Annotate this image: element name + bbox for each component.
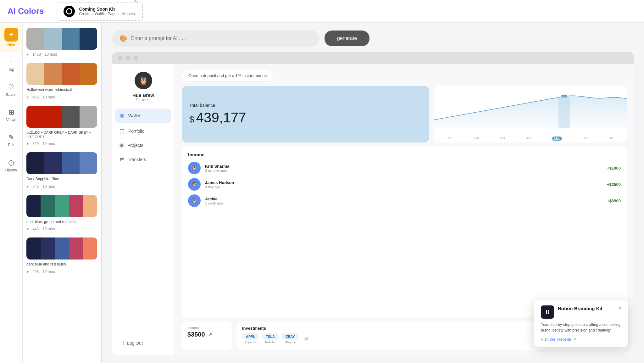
- palette-card-5[interactable]: dark blue, green and red blush ♥ 443 10 …: [26, 195, 97, 232]
- sidebar-item-history[interactable]: ◷ History: [0, 153, 22, 178]
- likes-4: 842: [32, 184, 39, 189]
- wallet-label: Wallet: [128, 113, 140, 118]
- generate-button[interactable]: generate: [325, 31, 369, 46]
- views-label: Views: [6, 118, 16, 122]
- month-jul: Jul: [609, 137, 613, 141]
- likes-6: 298: [32, 270, 39, 274]
- logout-icon: ⊣: [119, 340, 124, 346]
- sidebar-item-saved[interactable]: ♡ Saved: [0, 77, 22, 103]
- left-sidebar: ✦ New ↑ Top ♡ Saved ⊞ Views ✎ Edit ◷ His…: [0, 23, 23, 363]
- search-container: 🎨 generate: [112, 30, 634, 47]
- month-jan: Jan: [447, 137, 452, 141]
- stat-value: $3500: [187, 331, 205, 338]
- palette-meta-3: ♥ 329 10 mos: [26, 142, 97, 146]
- palette-swatch-4: [26, 152, 97, 174]
- sidebar-item-new[interactable]: ✦ New: [0, 23, 22, 52]
- sidebar-item-edit[interactable]: ✎ Edit: [0, 128, 22, 153]
- promo-banner: Open a deposit and get a 1% instant bonu…: [182, 70, 273, 81]
- heart-icon-2: ♥: [26, 95, 29, 99]
- palette-card-4[interactable]: Dark Sapphire Blue ♥ 842 10 mos: [26, 152, 97, 189]
- balance-card: Total balance $ 439,177: [182, 86, 429, 142]
- palette-card-6[interactable]: dark blue and red blush ♥ 298 10 mos: [26, 237, 97, 274]
- time-4: 10 mos: [42, 184, 55, 189]
- views-icon: ⊞: [8, 108, 14, 116]
- stock-item-ebay[interactable]: EBAY eBay Inc: [282, 333, 299, 344]
- stock-name-ebay: eBay Inc: [285, 341, 296, 344]
- palette-meta-6: ♥ 298 10 mos: [26, 270, 97, 274]
- transfers-label: Transfers: [128, 157, 146, 162]
- heart-icon-5: ♥: [26, 227, 29, 231]
- stock-chip-tsla: TSLA: [262, 333, 279, 340]
- browser-dot-3: [133, 56, 138, 60]
- app-sidebar: 🦉 Hue Brew Designer ▦ Wallet ◫ Portfolio…: [112, 64, 175, 355]
- app-nav-transfers[interactable]: ⇄ Transfers: [112, 152, 175, 166]
- notion-header: B Notion Branding Kit ×: [541, 305, 621, 319]
- logout-label: Log Out: [127, 341, 143, 346]
- palette-card-1[interactable]: ♥ 1453 10 mos: [26, 28, 97, 57]
- palette-meta-4: ♥ 842 10 mos: [26, 184, 97, 189]
- palette-sidebar: ♥ 1453 10 mos Halloween warm whimsical ♥…: [23, 23, 101, 363]
- top-label: Top: [8, 67, 14, 72]
- palette-meta-2: ♥ 465 10 mos: [26, 95, 97, 99]
- palette-swatch-3: [26, 106, 97, 128]
- app-nav-portfolio[interactable]: ◫ Portfolio: [112, 124, 175, 138]
- notion-promo-card: B Notion Branding Kit × Your step-by-ste…: [534, 300, 628, 347]
- income-time-3: 1 week ago: [205, 201, 602, 205]
- stock-name-appl: Apple Inc: [245, 341, 257, 344]
- likes-5: 443: [32, 227, 39, 231]
- logout-button[interactable]: ⊣ Log Out: [112, 336, 175, 350]
- stock-item-appl[interactable]: APPL Apple Inc: [242, 333, 259, 344]
- income-time-2: 4 day ago: [205, 185, 602, 189]
- month-may: May: [552, 137, 562, 141]
- ad-banner: Ad Coming Soon Kit Create a Waitlist Pag…: [57, 2, 143, 21]
- sidebar-item-top[interactable]: ↑ Top: [0, 52, 22, 77]
- palette-swatch-6: [26, 237, 97, 260]
- chart-months: Jan Feb Mar Apr May Jun Jul: [434, 137, 627, 141]
- browser-toolbar: [112, 52, 634, 64]
- promo-text: Open a deposit and get a 1% instant bonu…: [188, 73, 267, 78]
- notion-body: Your step-by-step guide to crafting a co…: [541, 322, 621, 333]
- app-nav-wallet[interactable]: ▦ Wallet: [115, 109, 171, 123]
- income-stat-card: Income $3500 ↗: [182, 321, 232, 350]
- notion-link[interactable]: Visit the Website ↗: [541, 337, 621, 342]
- user-role: Designer: [136, 98, 151, 102]
- top-icon: ↑: [9, 58, 13, 66]
- avatar: 🦉: [135, 72, 152, 89]
- palette-swatch-2: [26, 63, 97, 85]
- search-input[interactable]: [131, 36, 312, 41]
- ad-text: Coming Soon Kit Create a Waitlist Page i…: [79, 7, 136, 16]
- palette-card-3[interactable]: #c21d03 + DARK GREY + DARK GREY + LITE G…: [26, 106, 97, 146]
- browser-dot-2: [126, 56, 130, 60]
- month-apr: Apr: [526, 137, 531, 141]
- income-name-3: Jackie: [205, 197, 602, 201]
- chart-svg: [434, 86, 627, 133]
- stat-label: Income: [187, 326, 226, 330]
- income-amount-1: +$1000: [607, 166, 621, 170]
- stock-item-tsla[interactable]: TSLA Tesla Inc: [262, 333, 279, 344]
- palette-swatch-1: [26, 28, 97, 50]
- avatar-1: 🦉: [188, 162, 201, 174]
- new-icon: ✦: [8, 31, 14, 38]
- filter-all[interactable]: all: [304, 336, 308, 341]
- svg-rect-1: [558, 96, 570, 128]
- likes-3: 329: [32, 142, 39, 146]
- likes-2: 465: [32, 95, 39, 99]
- projects-icon: ◈: [119, 142, 124, 148]
- income-name-2: James Hudson: [205, 180, 602, 185]
- app-nav-projects[interactable]: ◈ Projects: [112, 138, 175, 152]
- sidebar-item-views[interactable]: ⊞ Views: [0, 103, 22, 128]
- likes-1: 1453: [32, 52, 41, 57]
- month-mar: Mar: [500, 137, 505, 141]
- ad-label: Ad: [133, 0, 139, 3]
- palette-name-6: dark blue and red blush: [26, 262, 97, 267]
- palette-name-2: Halloween warm whimsical: [26, 87, 97, 92]
- balance-label: Total balance: [189, 103, 422, 108]
- history-label: History: [5, 168, 17, 172]
- month-feb: Feb: [473, 137, 479, 141]
- app-nav: ▦ Wallet ◫ Portfolio ◈ Projects ⇄ Transf…: [112, 109, 175, 336]
- close-button[interactable]: ×: [618, 305, 621, 311]
- heart-icon-1: ♥: [26, 52, 29, 57]
- palette-card-2[interactable]: Halloween warm whimsical ♥ 465 10 mos: [26, 63, 97, 99]
- income-amount-3: +$6900: [607, 198, 621, 203]
- stock-name-tsla: Tesla Inc: [265, 341, 276, 344]
